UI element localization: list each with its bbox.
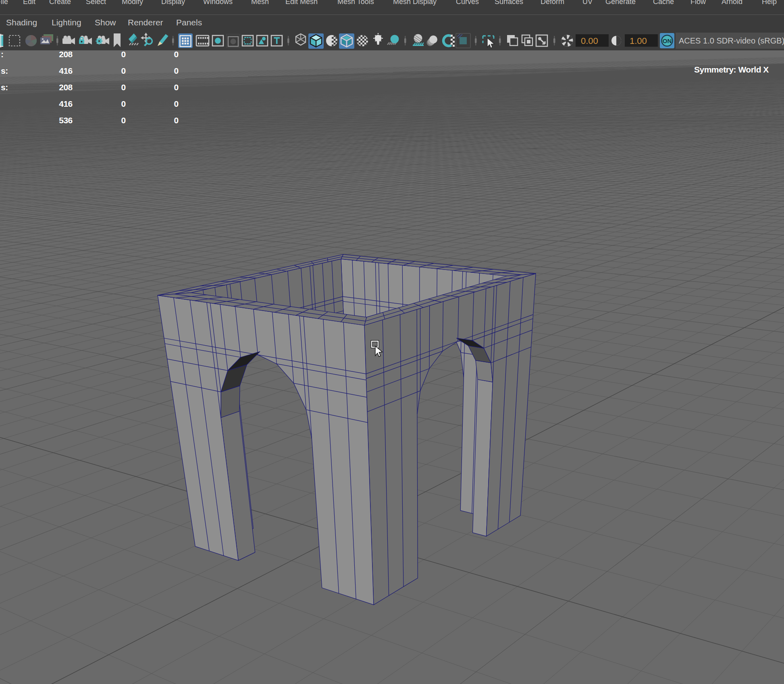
svg-text:1.00: 1.00 — [630, 36, 647, 46]
svg-text:ON: ON — [663, 37, 672, 44]
svg-text:ACES 1.0 SDR-video (sRGB): ACES 1.0 SDR-video (sRGB) — [679, 36, 784, 45]
svg-text:0.00: 0.00 — [581, 36, 598, 46]
